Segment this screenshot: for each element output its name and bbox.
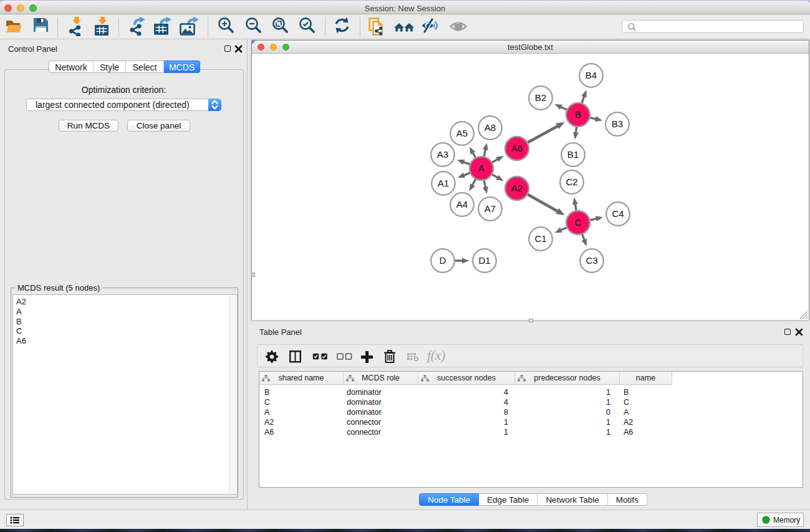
svg-text:A7: A7	[485, 203, 496, 214]
svg-text:A6: A6	[511, 143, 523, 153]
svg-text:C2: C2	[566, 177, 577, 187]
svg-text:B3: B3	[612, 118, 623, 129]
svg-text:A5: A5	[456, 128, 468, 138]
svg-text:C4: C4	[612, 208, 624, 219]
svg-text:A3: A3	[437, 149, 448, 160]
svg-text:A8: A8	[485, 122, 496, 133]
svg-text:C1: C1	[534, 233, 546, 244]
svg-text:A2: A2	[511, 183, 523, 193]
svg-text:B2: B2	[535, 92, 546, 103]
svg-text:B4: B4	[586, 70, 597, 80]
svg-text:C: C	[575, 217, 582, 228]
svg-text:A1: A1	[438, 178, 449, 188]
svg-text:D: D	[440, 255, 446, 266]
svg-text:C3: C3	[586, 255, 597, 266]
svg-text:D1: D1	[478, 255, 490, 266]
svg-text:B1: B1	[567, 149, 579, 160]
svg-text:A4: A4	[456, 199, 468, 210]
svg-text:A: A	[478, 163, 485, 173]
svg-text:B: B	[575, 109, 581, 120]
